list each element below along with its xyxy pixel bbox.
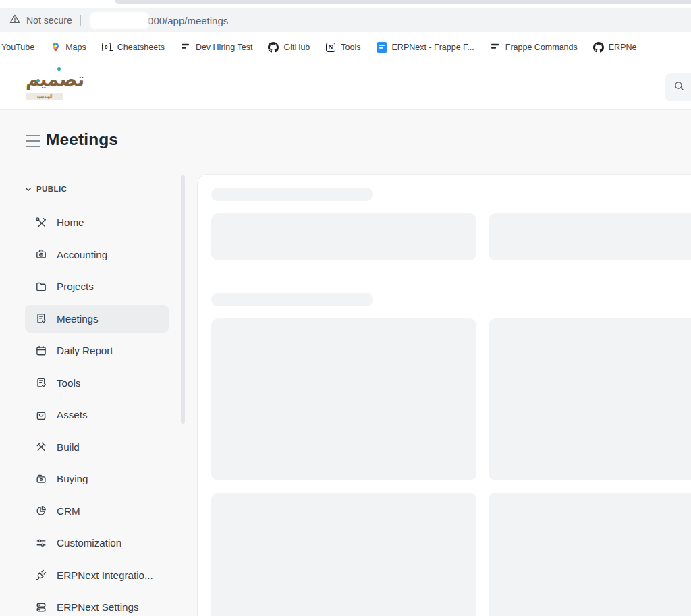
redacted-host-blur	[90, 12, 149, 29]
bookmark-erpnext-2[interactable]: ERPNe	[593, 42, 637, 53]
logo-subtext: الهندسية	[26, 93, 63, 100]
bookmark-label: Maps	[65, 43, 86, 52]
sidebar-item-crm[interactable]: CRM	[25, 497, 169, 525]
logo-dot	[36, 79, 40, 82]
bookmark-label: Frappe Commands	[505, 43, 578, 52]
sidebar-item-buying[interactable]: Buying	[25, 465, 169, 493]
sidebar-item-daily-report[interactable]: Daily Report	[25, 337, 169, 364]
bookmark-label: GitHub	[283, 43, 310, 52]
form-check-icon	[35, 312, 47, 325]
bookmark-tools[interactable]: N Tools	[325, 42, 360, 53]
app-header: تصميم الهندسية	[0, 61, 691, 110]
chevron-down-icon	[25, 183, 32, 195]
sidebar-scrollbar[interactable]	[181, 175, 185, 424]
cheatsheets-icon: c	[102, 42, 113, 53]
skeleton-block	[211, 493, 476, 616]
skeleton-block	[489, 493, 691, 616]
skeleton-block	[489, 318, 691, 480]
sidebar-item-accounting[interactable]: Accounting	[25, 241, 169, 269]
frappe-dark-icon	[490, 42, 501, 53]
sidebar-item-erpnext-integrations[interactable]: ERPNext Integratio...	[25, 561, 169, 589]
sidebar-section-public[interactable]: PUBLIC	[25, 183, 67, 195]
sidebar-toggle-button[interactable]	[26, 135, 40, 147]
skeleton-title-bar	[211, 293, 373, 306]
main-content-card	[197, 174, 691, 616]
security-label: Not secure	[26, 15, 72, 26]
notion-icon: N	[325, 42, 336, 53]
search-button[interactable]	[665, 73, 691, 101]
search-icon	[673, 80, 685, 94]
google-maps-pin-icon	[50, 42, 61, 53]
server-stack-icon	[35, 601, 47, 613]
address-bar[interactable]: Not secure 8000/app/meetings	[0, 8, 691, 32]
bookmark-github[interactable]: GitHub	[268, 42, 310, 53]
bookmark-dev-hiring-test[interactable]: Dev Hiring Test	[180, 42, 253, 53]
sidebar-item-home[interactable]: Home	[25, 208, 169, 236]
page-title: Meetings	[46, 130, 118, 149]
url-text: 8000/app/meetings	[142, 15, 229, 26]
frappe-dark-icon	[180, 42, 191, 53]
sidebar-item-assets[interactable]: Assets	[25, 401, 169, 428]
crossed-hammers-icon	[35, 441, 47, 453]
frappe-blue-icon	[377, 42, 387, 53]
sidebar-item-tools[interactable]: Tools	[25, 369, 169, 397]
github-octocat-icon	[268, 42, 279, 53]
skeleton-block	[489, 213, 691, 260]
sidebar-item-meetings[interactable]: Meetings	[25, 305, 169, 333]
pie-chart-icon	[35, 505, 47, 517]
sliders-icon	[35, 537, 47, 549]
logo-arabic-text: تصميم	[26, 68, 63, 91]
bookmark-maps[interactable]: Maps	[50, 42, 86, 53]
calendar-icon	[35, 345, 47, 357]
section-label: PUBLIC	[36, 185, 67, 193]
bookmark-label: ERPNext - Frappe F...	[392, 43, 474, 52]
bookmark-label: ERPNe	[609, 43, 637, 52]
browser-window: Not secure 8000/app/meetings YouTube	[0, 0, 691, 616]
bookmark-cheatsheets[interactable]: c Cheatsheets	[102, 42, 165, 53]
bookmark-frappe-commands[interactable]: Frappe Commands	[490, 42, 578, 53]
skeleton-block	[211, 318, 476, 480]
sidebar-item-build[interactable]: Build	[25, 433, 169, 461]
company-logo[interactable]: تصميم الهندسية	[26, 68, 63, 103]
sidebar-item-projects[interactable]: Projects	[25, 273, 169, 300]
cash-box-icon	[35, 473, 47, 485]
bookmark-youtube[interactable]: YouTube	[1, 43, 34, 52]
bookmarks-bar: YouTube Maps c	[0, 33, 691, 61]
cash-register-icon	[35, 248, 47, 260]
tools-icon	[35, 217, 47, 229]
bookmark-label: Cheatsheets	[117, 43, 165, 52]
workspace-sidebar: Home Accounting Projects	[25, 208, 169, 616]
skeleton-title-bar	[211, 188, 373, 201]
not-secure-warning-icon	[9, 13, 20, 27]
shopping-bag-icon	[35, 409, 47, 421]
logo-dot	[57, 67, 61, 71]
folder-icon	[35, 281, 47, 293]
tab-strip	[115, 0, 691, 4]
skeleton-block	[211, 213, 476, 260]
bookmark-label: Dev Hiring Test	[196, 43, 253, 52]
sidebar-item-erpnext-settings[interactable]: ERPNext Settings	[25, 593, 169, 616]
sidebar-item-customization[interactable]: Customization	[25, 529, 169, 557]
bookmark-erpnext[interactable]: ERPNext - Frappe F...	[377, 42, 474, 53]
bookmark-label: Tools	[341, 43, 360, 52]
plug-icon	[35, 569, 47, 581]
github-octocat-icon	[593, 42, 604, 53]
form-check-icon	[35, 376, 47, 389]
bookmark-label: YouTube	[1, 43, 34, 52]
omnibox-divider	[80, 15, 81, 26]
